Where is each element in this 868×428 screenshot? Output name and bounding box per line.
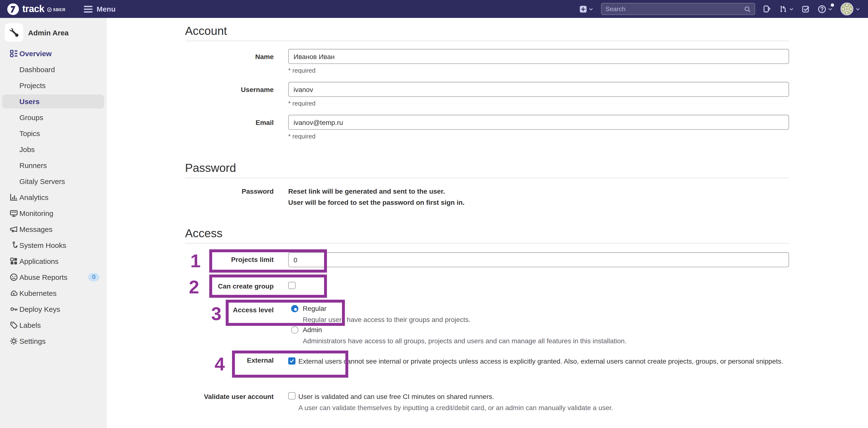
menu-button[interactable]: Menu (84, 5, 116, 13)
password-field-group: Password Reset link will be generated an… (185, 186, 789, 208)
logo[interactable]: track SBER (7, 3, 66, 15)
projects-limit-label: Projects limit (185, 256, 274, 263)
account-section-title: Account (185, 24, 789, 38)
sidebar-item-runners[interactable]: Runners (0, 157, 106, 173)
cloud-gear-icon (10, 289, 18, 297)
password-label: Password (185, 186, 274, 208)
validate-user-label: Validate user account (185, 393, 274, 400)
external-checkbox[interactable] (288, 357, 296, 365)
sidebar-item-topics[interactable]: Topics (0, 125, 106, 141)
sidebar-item-users[interactable]: Users (0, 93, 106, 109)
issues-button[interactable] (763, 5, 771, 13)
sidebar-item-label: Kubernetes (20, 289, 56, 297)
email-field-group: Email * required (185, 115, 789, 140)
help-button[interactable] (817, 5, 833, 13)
username-field-group: Username * required (185, 82, 789, 107)
name-input[interactable] (288, 49, 789, 64)
access-level-regular-radio[interactable] (291, 305, 299, 312)
sidebar-item-dashboard[interactable]: Dashboard (0, 62, 106, 77)
sidebar-item-label: Topics (20, 129, 40, 137)
sad-face-icon (10, 273, 18, 281)
sidebar-item-overview[interactable]: Overview (0, 45, 106, 62)
projects-limit-input[interactable] (288, 252, 789, 267)
sidebar-item-settings[interactable]: Settings (0, 333, 106, 349)
sidebar-item-groups[interactable]: Groups (0, 109, 106, 125)
sidebar-item-label: Jobs (20, 145, 35, 154)
external-description: External users cannot see internal or pr… (299, 356, 787, 367)
sidebar-item-label: Dashboard (20, 65, 55, 74)
sidebar-item-labels[interactable]: Labels (0, 317, 106, 333)
chevron-down-icon (828, 6, 833, 11)
sidebar-item-label: System Hooks (20, 241, 66, 249)
overview-icon (10, 50, 18, 58)
analytics-icon (10, 193, 18, 201)
check-icon (289, 358, 294, 364)
sidebar-item-label: Users (20, 97, 39, 105)
sidebar-item-deploy-keys[interactable]: Deploy Keys (0, 301, 106, 317)
sidebar-item-analytics[interactable]: Analytics (0, 189, 106, 205)
logo-mark-icon (7, 3, 20, 15)
sidebar-header[interactable]: Admin Area (5, 23, 101, 42)
sidebar-item-system-hooks[interactable]: System Hooks (0, 237, 106, 253)
sidebar-item-label: Overview (20, 50, 52, 58)
email-input[interactable] (288, 115, 789, 130)
navbar-right (579, 2, 868, 15)
user-menu-button[interactable] (840, 2, 860, 15)
name-label: Name (185, 49, 274, 74)
sidebar-item-applications[interactable]: Applications (0, 253, 106, 269)
name-field-group: Name * required (185, 49, 789, 74)
required-note: * required (288, 133, 789, 140)
password-section-title: Password (185, 161, 789, 175)
sidebar-item-label: Analytics (20, 193, 49, 201)
page: track SBER Menu (0, 0, 868, 428)
hook-icon (10, 241, 18, 249)
section-divider (185, 41, 789, 41)
validate-user-checkbox[interactable] (288, 392, 296, 399)
menu-label: Menu (97, 5, 116, 13)
logo-badge: SBER (47, 7, 66, 12)
sidebar-item-label: Projects (20, 81, 45, 90)
applications-icon (10, 257, 18, 265)
sidebar-item-label: Deploy Keys (20, 305, 60, 313)
username-label: Username (185, 82, 274, 107)
username-input[interactable] (288, 82, 789, 97)
sidebar-item-gitaly-servers[interactable]: Gitaly Servers (0, 173, 106, 189)
todos-button[interactable] (802, 5, 810, 13)
main-content: Account Name * required Username * requi… (106, 18, 868, 428)
email-label: Email (185, 115, 274, 140)
top-navbar: track SBER Menu (0, 0, 868, 18)
sidebar-item-messages[interactable]: Messages (0, 221, 106, 237)
access-rows: Projects limit Can create group Access l… (185, 243, 789, 419)
regular-option-desc: Regular users have access to their group… (303, 316, 471, 323)
sidebar-item-monitoring[interactable]: Monitoring (0, 205, 106, 221)
user-edit-form: Account Name * required Username * requi… (185, 18, 789, 419)
merge-requests-button[interactable] (779, 5, 794, 13)
gear-icon (10, 337, 18, 345)
sidebar-item-jobs[interactable]: Jobs (0, 141, 106, 157)
search-input[interactable] (606, 5, 744, 12)
sidebar-item-label: Runners (20, 161, 47, 169)
sidebar-item-projects[interactable]: Projects (0, 77, 106, 93)
tag-icon (10, 321, 18, 329)
password-force-text: User will be forced to set the password … (288, 197, 465, 208)
sidebar-item-label: Gitaly Servers (20, 177, 65, 186)
abuse-reports-badge: 0 (88, 273, 99, 281)
sidebar-item-abuse-reports[interactable]: Abuse Reports 0 (0, 269, 106, 285)
validate-user-help: A user can validate themselves by inputt… (299, 404, 613, 411)
navbar-left: track SBER Menu (0, 3, 116, 15)
sidebar-nav: Overview Dashboard Projects Users Groups… (0, 45, 106, 349)
new-menu-button[interactable] (579, 5, 593, 13)
issues-icon (763, 5, 771, 13)
access-level-admin-radio[interactable] (291, 326, 299, 334)
sidebar-item-label: Messages (20, 225, 53, 233)
admin-option-desc: Administrators have access to all groups… (303, 337, 626, 345)
hamburger-icon (84, 6, 93, 12)
todo-check-icon (802, 5, 810, 13)
sidebar-item-label: Abuse Reports (20, 273, 67, 281)
sidebar-item-kubernetes[interactable]: Kubernetes (0, 285, 106, 301)
can-create-group-checkbox[interactable] (288, 282, 296, 289)
chevron-down-icon (589, 6, 593, 11)
notification-dot (831, 3, 834, 6)
regular-option-label: Regular (303, 304, 327, 312)
wrench-icon (5, 23, 23, 42)
